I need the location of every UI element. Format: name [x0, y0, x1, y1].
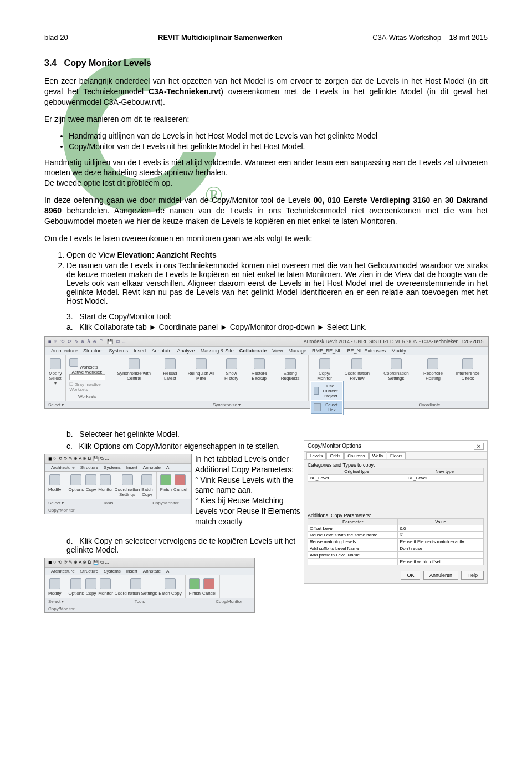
step-3: Start de Copy/Monitor tool:: [79, 312, 172, 321]
mini-modify-icon[interactable]: [49, 474, 60, 485]
cancel-icon[interactable]: [175, 474, 186, 485]
mini-copy-icon[interactable]: [85, 474, 96, 485]
mini-batch-icon[interactable]: [141, 474, 152, 485]
history-icon[interactable]: [226, 358, 237, 369]
methods-list: Handmatig uitlijnen van de Levels in het…: [44, 131, 488, 151]
select-link-item[interactable]: Select Link: [311, 401, 342, 414]
methods-intro: Er zijn twee manieren om dit te realiser…: [44, 114, 488, 125]
sync-icon[interactable]: [129, 358, 140, 369]
intro-paragraph: Een zeer belangrijk onderdeel van het op…: [44, 76, 488, 108]
mini-monitor-icon[interactable]: [100, 474, 111, 485]
use-current-project-item[interactable]: Use Current Project: [311, 382, 342, 400]
step-d: Klik Copy en selecteer vervolgens de te …: [66, 536, 295, 554]
copymonitor-ribbon-figure: ◼ ☞ ⟲ ⟳ ✎ ⊕ A ⊘ 🗋 💾 ⧉ … ArchitectureStru…: [44, 454, 192, 514]
section-heading: 3.4 Copy Monitor Levels: [44, 58, 488, 68]
ribbon-tablist[interactable]: ArchitectureStructureSystemsInsertAnnota…: [45, 347, 488, 355]
revit-ribbon-figure: ◼ ☞ ⟲ ⟳ ✎ ⊕ A ⊘ 🗋 💾 ⧉ … Autodesk Revit 2…: [44, 336, 489, 409]
help-button[interactable]: Help: [461, 571, 484, 580]
doc-title: REVIT Multidiciplinair Samenwerken: [158, 33, 283, 42]
ok-button[interactable]: OK: [401, 571, 420, 580]
step-c: Klik Options om Copy/Monitor eigenschapp…: [79, 442, 280, 451]
coord-settings-icon[interactable]: [391, 358, 402, 369]
finish-icon[interactable]: [160, 474, 171, 485]
step-c3: ° Vink Reuse Levels with the same name a…: [195, 476, 293, 495]
close-icon[interactable]: ✕: [474, 443, 484, 450]
mini-options-icon[interactable]: [70, 474, 81, 485]
step-c2: In het tabblad Levels onder Additional C…: [195, 454, 294, 474]
cancel-button[interactable]: Annuleren: [423, 571, 458, 580]
coord-review-icon[interactable]: [351, 358, 362, 369]
steps-intro: Om de Levels te laten overeenkomen en mo…: [44, 233, 488, 244]
copymonitor-ribbon-figure-2: ◼ ☞ ⟲ ⟳ ✎ ⊕ A ⊘ 🗋 💾 ⧉ … ArchitectureStru…: [44, 558, 255, 613]
step-b: Selecteer het gelinkte Model.: [79, 430, 180, 438]
page-number: blad 20: [44, 33, 68, 42]
workshop-date: C3A-Witas Workshop – 18 mrt 2015: [372, 33, 488, 42]
copy-monitor-options-dialog: Copy/Monitor Options✕ LevelsGridsColumns…: [304, 440, 488, 584]
reconcile-icon[interactable]: [427, 358, 438, 369]
interference-icon[interactable]: [462, 358, 473, 369]
relinquish-icon[interactable]: [196, 358, 207, 369]
step-c4: ° Kies bij Reuse Matching Levels voor Re…: [195, 496, 300, 526]
worksets-icon[interactable]: [69, 358, 78, 367]
copymonitor-icon[interactable]: [319, 358, 330, 369]
manual-drawback: Handmatig uitlijnen van de Levels is nie…: [44, 157, 488, 189]
mini-coordset-icon[interactable]: [122, 474, 133, 485]
step-2: De namen van de Levels in ons Technieken…: [66, 261, 488, 305]
exercise-intro: In deze oefening gaan we door middel van…: [44, 195, 488, 227]
restore-icon[interactable]: [254, 358, 265, 369]
modify-icon[interactable]: [50, 358, 61, 369]
step-1: Open de View Elevation: Aanzicht Rechts: [66, 251, 488, 259]
reload-icon[interactable]: [165, 358, 176, 369]
requests-icon[interactable]: [285, 358, 296, 369]
options-tabs[interactable]: LevelsGridsColumnsWallsFloors: [304, 452, 487, 460]
steps-list: Open de View Elevation: Aanzicht Rechts …: [44, 251, 488, 305]
step-a: Klik Collaborate tab ► Coordinate panel …: [79, 323, 367, 331]
